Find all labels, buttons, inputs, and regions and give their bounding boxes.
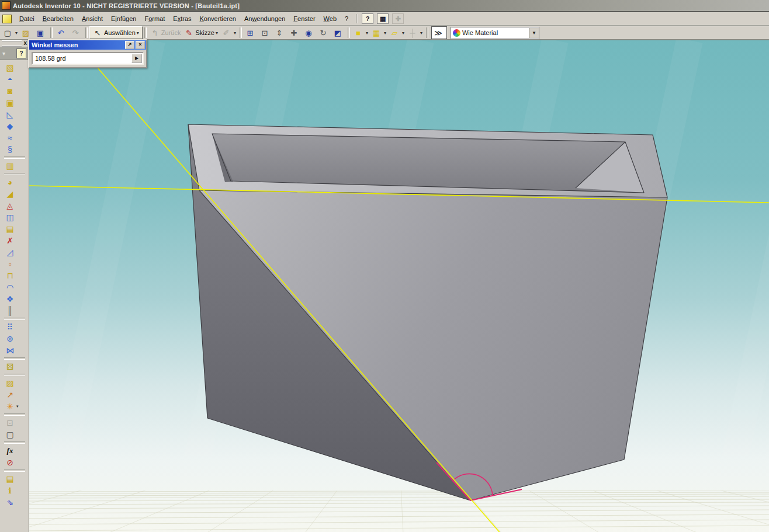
move-feature-button[interactable]: ⇘ (4, 496, 16, 508)
zoom-select-button[interactable]: ◉ (302, 27, 317, 39)
save-button[interactable]: ▣ (34, 27, 49, 39)
dropdown-arrow-icon[interactable]: ▾ (384, 30, 386, 36)
panel-grip-handle[interactable] (2, 40, 22, 47)
panel-separator[interactable] (4, 356, 25, 361)
parameters-button[interactable]: fx (4, 445, 16, 457)
panel-header[interactable]: x (0, 40, 29, 47)
back-button[interactable]: ↰Zurück (148, 27, 183, 39)
zoom-window-button[interactable]: ⊡ (258, 27, 273, 39)
sweep-button[interactable]: ≈ (4, 132, 16, 144)
menu-web[interactable]: Web (320, 13, 341, 24)
create-imate-button[interactable]: ⊘ (4, 457, 16, 468)
panel-separator[interactable] (4, 373, 25, 377)
replace-face-button[interactable]: ⊓ (4, 270, 16, 281)
work-plane-button[interactable]: ▨ (4, 377, 16, 389)
combo-dropdown-icon[interactable]: ▼ (529, 28, 539, 38)
menu-format[interactable]: Format (140, 13, 169, 24)
menu-fenster[interactable]: Fenster (289, 13, 319, 24)
zoom-all-button[interactable]: ⊞ (244, 27, 258, 39)
thread-button[interactable]: ▥ (4, 160, 16, 172)
panel-separator[interactable] (4, 440, 25, 445)
shaded-display-button[interactable]: ■▾ (352, 27, 370, 39)
shell-button[interactable]: ▣ (4, 97, 16, 109)
dialog-dock-button[interactable]: ↗ (125, 41, 134, 49)
look-at-button[interactable]: ◩ (331, 27, 346, 39)
dropdown-arrow-icon[interactable]: ▾ (216, 30, 218, 36)
panel-separator[interactable] (4, 155, 25, 160)
toolbar-separator[interactable] (348, 27, 350, 38)
thicken-offset-button[interactable]: ▤ (4, 223, 16, 235)
update-button[interactable]: ✐▾ (220, 27, 238, 39)
chamfer-button[interactable]: ◢ (4, 188, 16, 200)
angle-value-field[interactable]: 108.58 grd ▶ (32, 52, 144, 65)
delete-face-button[interactable]: ✗ (4, 235, 16, 246)
zoom-button[interactable]: ⇕ (273, 27, 287, 39)
boundary-patch-button[interactable]: ▫ (4, 258, 16, 270)
insert-object-button[interactable]: ▢ (4, 429, 16, 440)
menu-bearbeiten[interactable]: Bearbeiten (39, 13, 78, 24)
extrude-button[interactable]: ▧ (4, 62, 16, 74)
color-override-combo[interactable]: Wie Material ▼ (451, 27, 539, 39)
chevron-down-icon[interactable]: ▾ (2, 50, 5, 57)
menu-datei[interactable]: Datei (15, 13, 39, 24)
panel-separator[interactable] (4, 317, 25, 321)
extract-ifeature-button[interactable]: ▤ (4, 473, 16, 485)
panel-separator[interactable] (4, 412, 25, 417)
add-button[interactable]: ✚ (392, 13, 404, 24)
panel-separator[interactable] (4, 172, 25, 176)
redo-button[interactable]: ↷ (69, 27, 84, 39)
split-button[interactable]: ◫ (4, 211, 16, 223)
return-button[interactable]: ≫ (431, 26, 447, 39)
document-icon[interactable] (2, 15, 12, 23)
derived-component-button[interactable]: ⊡ (4, 417, 16, 429)
dropdown-arrow-icon[interactable]: ▾ (137, 30, 139, 36)
menu-konvertieren[interactable]: Konvertieren (196, 13, 240, 24)
new-document-button[interactable]: ▢▾ (1, 27, 19, 39)
dropdown-arrow-icon[interactable]: ▾ (420, 30, 422, 36)
dropdown-arrow-icon[interactable]: ▾ (366, 30, 368, 36)
display-mode-button[interactable]: ▦▾ (370, 27, 388, 39)
circular-pattern-button[interactable]: ⊚ (4, 333, 16, 345)
revolve-button[interactable]: ◓ (4, 74, 16, 85)
insert-ifeature-button[interactable]: ⚄ (4, 361, 16, 373)
menu-ansicht[interactable]: Ansicht (78, 13, 107, 24)
dropdown-arrow-icon[interactable]: ▾ (234, 30, 236, 36)
panel-separator[interactable] (4, 468, 25, 473)
title-bar[interactable]: Autodesk Inventor 10 - NICHT REGISTRIERT… (0, 0, 769, 12)
fillet-button[interactable]: ◕ (4, 176, 16, 188)
toolbar-separator[interactable] (144, 27, 147, 38)
camera-shadow-button[interactable]: ▱▾ (388, 27, 406, 39)
3d-viewport[interactable]: Winkel messen ↗ × 108.58 grd ▶ (29, 40, 769, 532)
toolbar-separator[interactable] (426, 27, 428, 38)
work-point-button[interactable]: ✳▾ (4, 401, 19, 412)
toolbar-separator[interactable] (50, 27, 53, 38)
model-canvas[interactable] (29, 40, 769, 532)
coil-button[interactable]: § (4, 144, 16, 155)
toolbar-separator[interactable] (240, 27, 242, 38)
orbit-button[interactable]: ↻ (317, 27, 331, 39)
loft-button[interactable]: ◆ (4, 120, 16, 132)
dropdown-arrow-icon[interactable]: ▾ (16, 404, 19, 409)
sketch-button[interactable]: ✎Skizze▾ (182, 27, 219, 39)
component-tree-button[interactable]: ┼▾ (406, 27, 424, 39)
dropdown-arrow-icon[interactable]: ▾ (402, 30, 404, 36)
sculpt-button[interactable]: ❖ (4, 293, 16, 305)
help-button[interactable]: ? (362, 13, 373, 24)
ifeature-catalog-button[interactable]: ℹ (4, 485, 16, 496)
help-topics-button[interactable]: ▦ (377, 13, 389, 24)
emboss-button[interactable]: ║ (4, 305, 16, 317)
bend-part-button[interactable]: ◠ (4, 281, 16, 293)
mirror-button[interactable]: ⋈ (4, 345, 16, 356)
dropdown-arrow-icon[interactable]: ▾ (15, 30, 18, 36)
menu-extras[interactable]: Extras (169, 13, 195, 24)
menu-hilfe[interactable]: ? (341, 13, 352, 24)
dialog-close-button[interactable]: × (136, 41, 145, 49)
dialog-title-bar[interactable]: Winkel messen ↗ × (29, 40, 146, 50)
dialog-flyout-button[interactable]: ▶ (131, 54, 142, 63)
rib-button[interactable]: ◺ (4, 109, 16, 120)
pan-button[interactable]: ✚ (287, 27, 302, 39)
menu-anwendungen[interactable]: Anwendungen (240, 13, 289, 24)
select-button[interactable]: ↖Auswählen▾ (89, 26, 143, 39)
measure-angle-dialog[interactable]: Winkel messen ↗ × 108.58 grd ▶ (28, 39, 147, 68)
menu-einfuegen[interactable]: Einfügen (107, 13, 140, 24)
